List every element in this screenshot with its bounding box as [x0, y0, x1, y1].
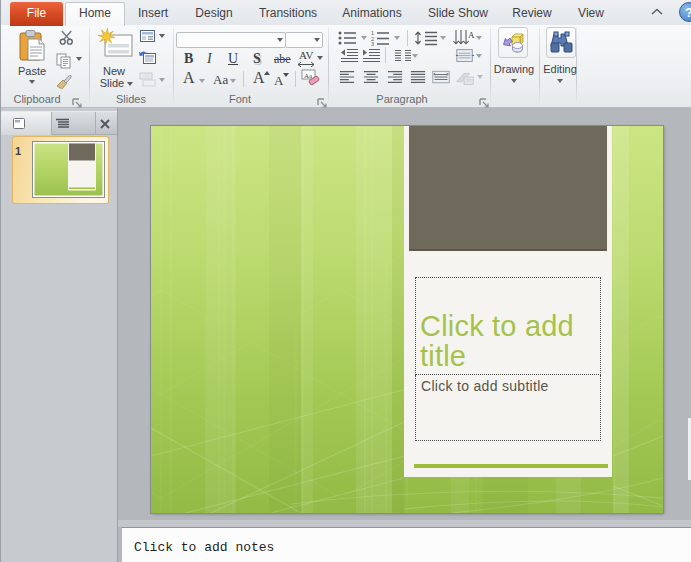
svg-text:Aa: Aa: [304, 72, 313, 80]
svg-text:3: 3: [371, 41, 374, 46]
svg-text:A: A: [468, 30, 475, 40]
